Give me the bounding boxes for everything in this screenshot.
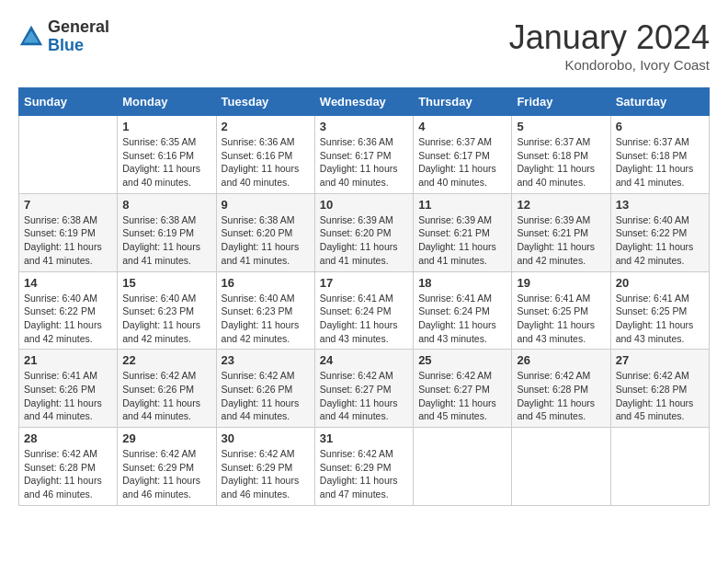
day-info: Sunrise: 6:40 AMSunset: 6:22 PMDaylight:… [616, 213, 704, 268]
calendar-week-row: 21Sunrise: 6:41 AMSunset: 6:26 PMDayligh… [19, 350, 710, 428]
calendar-table: SundayMondayTuesdayWednesdayThursdayFrid… [18, 87, 710, 506]
calendar-cell: 25Sunrise: 6:42 AMSunset: 6:27 PMDayligh… [414, 350, 512, 428]
day-number: 3 [320, 120, 408, 133]
weekday-header-sunday: Sunday [19, 88, 118, 116]
day-info: Sunrise: 6:42 AMSunset: 6:29 PMDaylight:… [222, 447, 310, 501]
weekday-header-monday: Monday [118, 88, 216, 116]
calendar-cell [414, 428, 512, 506]
calendar-cell: 26Sunrise: 6:42 AMSunset: 6:28 PMDayligh… [512, 350, 610, 428]
day-info: Sunrise: 6:40 AMSunset: 6:23 PMDaylight:… [122, 292, 210, 346]
weekday-header-friday: Friday [512, 88, 610, 116]
location: Kondorobo, Ivory Coast [509, 57, 710, 73]
calendar-week-row: 14Sunrise: 6:40 AMSunset: 6:22 PMDayligh… [19, 271, 710, 350]
calendar-cell: 16Sunrise: 6:40 AMSunset: 6:23 PMDayligh… [216, 271, 314, 350]
day-info: Sunrise: 6:37 AMSunset: 6:17 PMDaylight:… [418, 135, 506, 190]
calendar-cell: 1Sunrise: 6:35 AMSunset: 6:16 PMDaylight… [118, 116, 216, 194]
day-number: 2 [222, 120, 310, 133]
day-info: Sunrise: 6:38 AMSunset: 6:19 PMDaylight:… [122, 213, 210, 268]
calendar-cell [610, 428, 709, 506]
calendar-cell: 2Sunrise: 6:36 AMSunset: 6:16 PMDaylight… [216, 116, 314, 194]
calendar-cell: 27Sunrise: 6:42 AMSunset: 6:28 PMDayligh… [610, 350, 709, 428]
day-number: 29 [122, 431, 210, 445]
calendar-cell: 29Sunrise: 6:42 AMSunset: 6:29 PMDayligh… [118, 428, 216, 506]
calendar-cell: 31Sunrise: 6:42 AMSunset: 6:29 PMDayligh… [314, 428, 413, 506]
day-info: Sunrise: 6:42 AMSunset: 6:27 PMDaylight:… [320, 369, 408, 423]
calendar-cell: 22Sunrise: 6:42 AMSunset: 6:26 PMDayligh… [118, 350, 216, 428]
day-number: 30 [222, 431, 310, 445]
page-header: General Blue January 2024 Kondorobo, Ivo… [18, 18, 710, 73]
day-info: Sunrise: 6:41 AMSunset: 6:24 PMDaylight:… [418, 292, 506, 346]
day-info: Sunrise: 6:42 AMSunset: 6:26 PMDaylight:… [122, 369, 210, 423]
weekday-header-saturday: Saturday [610, 88, 709, 116]
day-info: Sunrise: 6:37 AMSunset: 6:18 PMDaylight:… [517, 135, 605, 190]
day-info: Sunrise: 6:40 AMSunset: 6:22 PMDaylight:… [24, 292, 112, 346]
day-number: 21 [24, 353, 112, 367]
day-info: Sunrise: 6:42 AMSunset: 6:26 PMDaylight:… [222, 369, 310, 423]
day-number: 19 [517, 276, 605, 290]
calendar-cell: 4Sunrise: 6:37 AMSunset: 6:17 PMDaylight… [414, 116, 512, 194]
day-number: 5 [517, 120, 605, 133]
day-number: 13 [616, 198, 704, 212]
calendar-cell: 19Sunrise: 6:41 AMSunset: 6:25 PMDayligh… [512, 271, 610, 350]
logo: General Blue [18, 18, 109, 55]
calendar-week-row: 28Sunrise: 6:42 AMSunset: 6:28 PMDayligh… [19, 428, 710, 506]
day-info: Sunrise: 6:38 AMSunset: 6:20 PMDaylight:… [222, 213, 310, 268]
calendar-cell: 21Sunrise: 6:41 AMSunset: 6:26 PMDayligh… [19, 350, 118, 428]
calendar-cell: 8Sunrise: 6:38 AMSunset: 6:19 PMDaylight… [118, 193, 216, 271]
day-info: Sunrise: 6:41 AMSunset: 6:25 PMDaylight:… [517, 292, 605, 346]
logo-icon [18, 24, 44, 50]
logo-blue: Blue [48, 37, 109, 55]
day-number: 9 [222, 198, 310, 212]
calendar-cell: 23Sunrise: 6:42 AMSunset: 6:26 PMDayligh… [216, 350, 314, 428]
calendar-week-row: 1Sunrise: 6:35 AMSunset: 6:16 PMDaylight… [19, 116, 710, 194]
calendar-cell: 30Sunrise: 6:42 AMSunset: 6:29 PMDayligh… [216, 428, 314, 506]
calendar-cell: 12Sunrise: 6:39 AMSunset: 6:21 PMDayligh… [512, 193, 610, 271]
day-info: Sunrise: 6:36 AMSunset: 6:17 PMDaylight:… [320, 135, 408, 190]
logo-text: General Blue [48, 18, 109, 55]
calendar-cell: 17Sunrise: 6:41 AMSunset: 6:24 PMDayligh… [314, 271, 413, 350]
day-number: 27 [616, 353, 704, 367]
day-number: 4 [418, 120, 506, 133]
calendar-cell: 18Sunrise: 6:41 AMSunset: 6:24 PMDayligh… [414, 271, 512, 350]
day-info: Sunrise: 6:42 AMSunset: 6:28 PMDaylight:… [616, 369, 704, 423]
day-number: 6 [616, 120, 704, 133]
calendar-cell: 7Sunrise: 6:38 AMSunset: 6:19 PMDaylight… [19, 193, 118, 271]
calendar-cell: 13Sunrise: 6:40 AMSunset: 6:22 PMDayligh… [610, 193, 709, 271]
weekday-header-tuesday: Tuesday [216, 88, 314, 116]
calendar-cell [19, 116, 118, 194]
day-number: 12 [517, 198, 605, 212]
calendar-cell: 28Sunrise: 6:42 AMSunset: 6:28 PMDayligh… [19, 428, 118, 506]
day-info: Sunrise: 6:39 AMSunset: 6:21 PMDaylight:… [418, 213, 506, 268]
day-number: 17 [320, 276, 408, 290]
day-info: Sunrise: 6:42 AMSunset: 6:28 PMDaylight:… [24, 447, 112, 501]
calendar-week-row: 7Sunrise: 6:38 AMSunset: 6:19 PMDaylight… [19, 193, 710, 271]
day-number: 24 [320, 353, 408, 367]
day-info: Sunrise: 6:39 AMSunset: 6:21 PMDaylight:… [517, 213, 605, 268]
weekday-header-row: SundayMondayTuesdayWednesdayThursdayFrid… [19, 88, 710, 116]
day-info: Sunrise: 6:39 AMSunset: 6:20 PMDaylight:… [320, 213, 408, 268]
calendar-cell [512, 428, 610, 506]
day-number: 14 [24, 276, 112, 290]
day-info: Sunrise: 6:41 AMSunset: 6:24 PMDaylight:… [320, 292, 408, 346]
day-info: Sunrise: 6:36 AMSunset: 6:16 PMDaylight:… [222, 135, 310, 190]
calendar-cell: 5Sunrise: 6:37 AMSunset: 6:18 PMDaylight… [512, 116, 610, 194]
title-block: January 2024 Kondorobo, Ivory Coast [509, 18, 710, 73]
calendar-cell: 20Sunrise: 6:41 AMSunset: 6:25 PMDayligh… [610, 271, 709, 350]
calendar-cell: 6Sunrise: 6:37 AMSunset: 6:18 PMDaylight… [610, 116, 709, 194]
weekday-header-wednesday: Wednesday [314, 88, 413, 116]
day-info: Sunrise: 6:42 AMSunset: 6:27 PMDaylight:… [418, 369, 506, 423]
day-number: 1 [122, 120, 210, 133]
day-info: Sunrise: 6:42 AMSunset: 6:29 PMDaylight:… [320, 447, 408, 501]
day-number: 25 [418, 353, 506, 367]
logo-general: General [48, 18, 109, 37]
day-info: Sunrise: 6:42 AMSunset: 6:29 PMDaylight:… [122, 447, 210, 501]
weekday-header-thursday: Thursday [414, 88, 512, 116]
calendar-cell: 9Sunrise: 6:38 AMSunset: 6:20 PMDaylight… [216, 193, 314, 271]
calendar-cell: 11Sunrise: 6:39 AMSunset: 6:21 PMDayligh… [414, 193, 512, 271]
calendar-cell: 10Sunrise: 6:39 AMSunset: 6:20 PMDayligh… [314, 193, 413, 271]
day-number: 31 [320, 431, 408, 445]
day-info: Sunrise: 6:38 AMSunset: 6:19 PMDaylight:… [24, 213, 112, 268]
day-number: 11 [418, 198, 506, 212]
day-number: 15 [122, 276, 210, 290]
day-info: Sunrise: 6:41 AMSunset: 6:26 PMDaylight:… [24, 369, 112, 423]
